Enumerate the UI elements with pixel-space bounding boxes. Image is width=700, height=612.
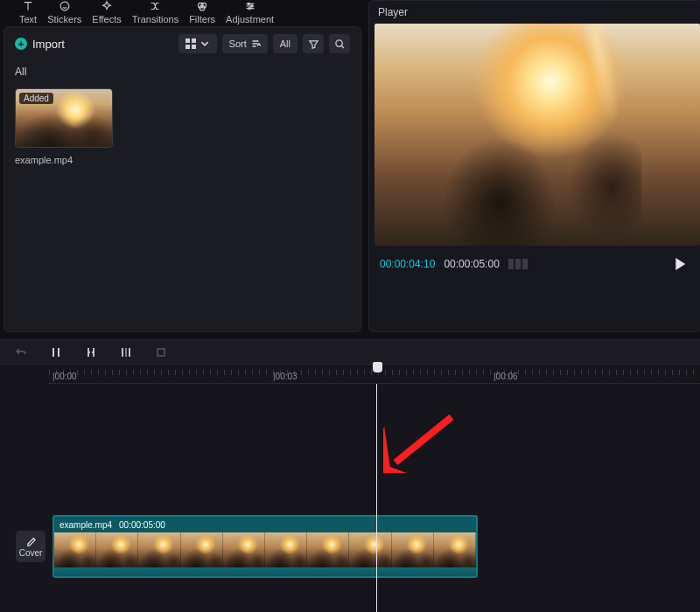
svg-point-0 xyxy=(60,2,69,10)
playhead-handle[interactable] xyxy=(373,362,382,372)
search-button[interactable] xyxy=(329,34,350,53)
player-current-tc: 00:00:04:10 xyxy=(380,258,435,270)
filters-icon xyxy=(195,0,209,12)
media-clip[interactable]: Added example.mp4 xyxy=(15,88,113,165)
clip-frames xyxy=(54,532,476,567)
svg-rect-9 xyxy=(186,45,190,49)
player-panel: Player 00:00:04:10 00:00:05:00 xyxy=(368,0,700,332)
crop-button[interactable] xyxy=(152,344,170,361)
player-controls: 00:00:04:10 00:00:05:00 xyxy=(369,246,700,274)
tab-stickers[interactable]: Stickers xyxy=(47,0,81,24)
media-toolbar: + Import Sort All xyxy=(4,27,360,60)
import-button[interactable]: + Import xyxy=(15,38,65,51)
trim-right-icon xyxy=(119,345,133,359)
filter-all-button[interactable]: All xyxy=(273,34,298,53)
play-icon xyxy=(670,254,690,274)
tab-label: Filters xyxy=(189,14,215,24)
media-panel: + Import Sort All xyxy=(4,26,361,332)
clip-audio-strip xyxy=(54,567,476,578)
trim-right-button[interactable] xyxy=(117,344,135,361)
player-total-tc: 00:00:05:00 xyxy=(444,258,499,270)
grid-view-icon xyxy=(186,38,196,49)
media-grid: Added example.mp4 xyxy=(4,80,360,174)
svg-point-4 xyxy=(248,3,249,4)
crop-icon xyxy=(154,345,168,359)
timeline-ruler[interactable]: |00:00 |00:03 |00:06 xyxy=(49,365,700,384)
svg-point-11 xyxy=(335,39,341,45)
view-mode-button[interactable] xyxy=(178,34,217,53)
search-icon xyxy=(334,38,346,50)
tab-text[interactable]: Text xyxy=(19,0,37,24)
svg-point-5 xyxy=(250,5,252,7)
clip-added-badge: Added xyxy=(19,93,53,104)
ruler-label: |00:03 xyxy=(273,372,298,381)
ruler-label: |00:00 xyxy=(52,372,77,381)
tab-filters[interactable]: Filters xyxy=(189,0,215,24)
pencil-icon xyxy=(25,535,37,546)
tab-label: Adjustment xyxy=(226,14,274,24)
media-filter-label[interactable]: All xyxy=(4,60,360,80)
trim-left-button[interactable] xyxy=(82,344,100,361)
svg-rect-10 xyxy=(192,45,196,49)
tab-label: Stickers xyxy=(47,14,81,24)
svg-rect-8 xyxy=(192,38,196,43)
sticker-icon xyxy=(58,0,72,12)
filter-funnel-button[interactable] xyxy=(303,34,324,53)
timeline-toolbar xyxy=(0,340,700,365)
player-quality-icon[interactable] xyxy=(508,259,528,269)
sort-icon xyxy=(250,38,261,49)
top-tabs: Text Stickers Effects Transitions Filter… xyxy=(4,0,274,24)
tab-label: Text xyxy=(19,14,37,24)
player-viewport[interactable] xyxy=(374,24,700,246)
funnel-icon xyxy=(308,38,319,50)
clip-header-duration: 00:00:05:00 xyxy=(119,520,165,530)
svg-point-6 xyxy=(248,7,250,9)
transitions-icon xyxy=(148,0,162,12)
svg-rect-12 xyxy=(158,349,164,356)
sort-label: Sort xyxy=(229,38,247,49)
chevron-down-icon xyxy=(200,38,210,49)
effects-icon xyxy=(100,0,114,12)
tab-adjustment[interactable]: Adjustment xyxy=(226,0,274,24)
clip-header: example.mp4 00:00:05:00 xyxy=(54,517,476,532)
ruler-label: |00:06 xyxy=(494,372,518,381)
cover-button[interactable]: Cover xyxy=(16,531,46,562)
plus-icon: + xyxy=(15,38,27,50)
clip-header-name: example.mp4 xyxy=(60,520,112,530)
clip-thumbnail: Added xyxy=(15,88,113,148)
undo-button[interactable] xyxy=(12,344,30,361)
sort-button[interactable]: Sort xyxy=(222,34,268,53)
timeline-clip[interactable]: example.mp4 00:00:05:00 xyxy=(52,515,478,578)
tab-label: Effects xyxy=(92,14,121,24)
filter-all-label: All xyxy=(280,38,290,49)
play-button[interactable] xyxy=(670,254,690,274)
clip-name: example.mp4 xyxy=(15,155,113,165)
cover-label: Cover xyxy=(19,548,43,558)
tab-transitions[interactable]: Transitions xyxy=(132,0,178,24)
import-label: Import xyxy=(32,38,65,51)
timeline-body[interactable]: Cover example.mp4 00:00:05:00 xyxy=(0,384,700,612)
timeline-panel: |00:00 |00:03 |00:06 Cover example.mp4 0… xyxy=(0,339,700,612)
split-icon xyxy=(49,345,63,359)
trim-left-icon xyxy=(84,345,98,359)
text-icon xyxy=(21,0,35,12)
tab-label: Transitions xyxy=(132,14,178,24)
split-button[interactable] xyxy=(47,344,65,361)
svg-rect-7 xyxy=(186,38,190,43)
tab-effects[interactable]: Effects xyxy=(92,0,121,24)
annotation-arrow xyxy=(383,412,462,473)
player-title: Player xyxy=(369,6,700,24)
undo-icon xyxy=(14,345,28,359)
svg-line-13 xyxy=(396,417,452,462)
adjustment-icon xyxy=(243,0,257,12)
